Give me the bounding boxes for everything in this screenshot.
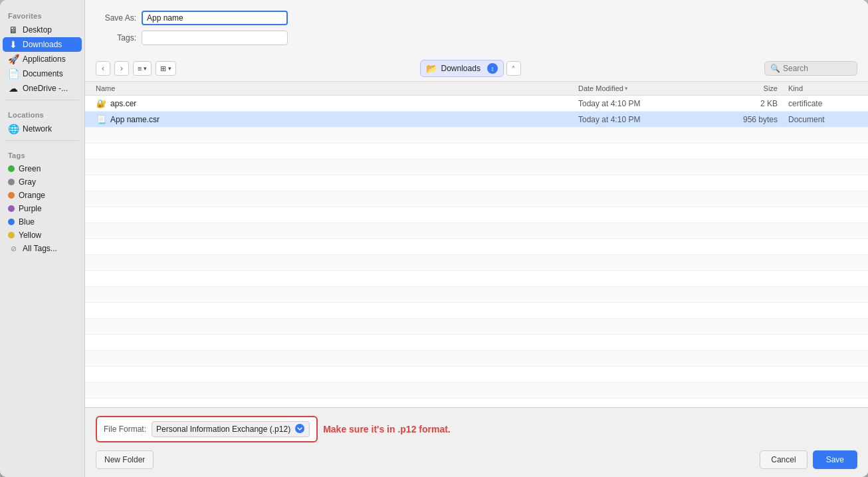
sidebar-divider-2	[5, 140, 79, 141]
empty-row	[85, 128, 868, 143]
location-bar: 📂 Downloads ↕ ˄	[180, 60, 760, 77]
empty-row	[85, 319, 868, 335]
location-name: Downloads	[441, 64, 481, 73]
cert-file-icon: 🔐	[96, 99, 106, 108]
empty-row	[85, 207, 868, 223]
main-content: Save As: Tags: ‹ › ≡ ▾ ⊞ ▾ 📂	[85, 0, 868, 477]
onedrive-icon: ☁	[8, 83, 19, 94]
save-button[interactable]: Save	[813, 450, 857, 469]
cancel-button[interactable]: Cancel	[760, 450, 807, 469]
tag-dot-green	[8, 165, 15, 172]
sidebar-label-onedrive: OneDrive -...	[23, 84, 68, 93]
svg-point-0	[295, 424, 304, 433]
sidebar-item-tag-yellow[interactable]: Yellow	[3, 229, 82, 242]
tag-label-blue: Blue	[19, 217, 35, 227]
sidebar-item-onedrive[interactable]: ☁ OneDrive -...	[3, 81, 82, 96]
list-view-arrow: ▾	[144, 65, 147, 72]
empty-row	[85, 175, 868, 191]
tag-label-purple: Purple	[19, 204, 42, 213]
format-select-dropdown[interactable]: Personal Information Exchange (.p12)	[152, 421, 310, 437]
tags-input[interactable]	[142, 31, 288, 45]
sidebar-item-network[interactable]: 🌐 Network	[3, 122, 82, 136]
sidebar-item-all-tags[interactable]: ⊘ All Tags...	[3, 242, 82, 255]
col-header-size: Size	[724, 84, 778, 92]
location-dropdown[interactable]: 📂 Downloads ↕	[420, 60, 504, 77]
empty-row	[85, 143, 868, 159]
sidebar-item-tag-green[interactable]: Green	[3, 162, 82, 175]
format-label: File Format:	[104, 425, 146, 434]
sidebar-item-tag-blue[interactable]: Blue	[3, 215, 82, 229]
format-hint: Make sure it's in .p12 format.	[323, 424, 451, 434]
tag-dot-gray	[8, 179, 15, 185]
file-size-app-csr: 956 bytes	[724, 115, 778, 124]
empty-row	[85, 335, 868, 351]
doc-file-icon: 📃	[96, 115, 106, 124]
empty-row	[85, 239, 868, 255]
empty-row	[85, 351, 868, 367]
col-header-date: Date Modified ▾	[578, 84, 724, 92]
tag-label-orange: Orange	[19, 191, 45, 200]
file-kind-app-csr: Document	[778, 115, 857, 124]
search-icon: 🔍	[770, 64, 780, 73]
file-format-section: File Format: Personal Information Exchan…	[96, 416, 857, 442]
file-row-app-name-csr[interactable]: 📃 App name.csr Today at 4:10 PM 956 byte…	[85, 112, 868, 128]
tag-label-yellow: Yellow	[19, 231, 41, 240]
sidebar-label-desktop: Desktop	[23, 25, 52, 35]
sidebar: Favorites 🖥 Desktop ⬇ Downloads 🚀 Applic…	[0, 0, 85, 477]
file-name-app-csr: App name.csr	[110, 115, 578, 124]
file-list-header: Name Date Modified ▾ Size Kind	[85, 82, 868, 96]
col-header-kind: Kind	[778, 84, 857, 92]
sidebar-label-downloads: Downloads	[23, 40, 62, 49]
location-folder-icon: 📂	[426, 63, 437, 74]
documents-icon: 📄	[8, 68, 19, 79]
empty-row	[85, 383, 868, 399]
tags-label: Tags	[0, 145, 84, 162]
sidebar-label-network: Network	[23, 124, 52, 134]
tag-dot-orange	[8, 192, 15, 199]
search-bar: 🔍	[764, 61, 857, 76]
tag-dot-yellow	[8, 232, 15, 238]
empty-row	[85, 399, 868, 407]
tag-label-green: Green	[19, 164, 41, 173]
empty-row	[85, 223, 868, 239]
file-date-aps-cer: Today at 4:10 PM	[578, 99, 724, 108]
sidebar-item-documents[interactable]: 📄 Documents	[3, 66, 82, 81]
grid-view-button[interactable]: ⊞ ▾	[156, 61, 176, 76]
col-header-name: Name	[96, 84, 578, 92]
sidebar-item-tag-gray[interactable]: Gray	[3, 175, 82, 189]
file-name-aps-cer: aps.cer	[110, 99, 578, 108]
search-input[interactable]	[783, 64, 851, 73]
grid-view-arrow: ▾	[168, 65, 171, 72]
list-view-icon: ≡	[138, 64, 142, 72]
tag-label-gray: Gray	[19, 177, 36, 187]
tag-label-all: All Tags...	[23, 244, 57, 253]
new-folder-button[interactable]: New Folder	[96, 450, 154, 469]
desktop-icon: 🖥	[8, 25, 19, 35]
expand-button[interactable]: ˄	[506, 61, 521, 76]
sidebar-item-downloads[interactable]: ⬇ Downloads	[3, 37, 82, 52]
locations-label: Locations	[0, 104, 84, 122]
format-select-arrow	[294, 423, 305, 435]
empty-row	[85, 303, 868, 319]
bottom-buttons: New Folder Cancel Save	[96, 450, 857, 469]
sidebar-item-desktop[interactable]: 🖥 Desktop	[3, 23, 82, 37]
bottom-area: File Format: Personal Information Exchan…	[85, 407, 868, 477]
format-select-value: Personal Information Exchange (.p12)	[156, 425, 290, 434]
applications-icon: 🚀	[8, 54, 19, 64]
empty-row	[85, 367, 868, 383]
back-button[interactable]: ‹	[96, 61, 110, 76]
empty-row	[85, 287, 868, 303]
file-row-aps-cer[interactable]: 🔐 aps.cer Today at 4:10 PM 2 KB certific…	[85, 96, 868, 112]
forward-button[interactable]: ›	[114, 61, 129, 76]
network-icon: 🌐	[8, 124, 19, 134]
list-view-button[interactable]: ≡ ▾	[133, 61, 152, 76]
tag-dot-blue	[8, 219, 15, 225]
favorites-label: Favorites	[0, 5, 84, 23]
sidebar-item-tag-purple[interactable]: Purple	[3, 202, 82, 215]
sidebar-item-tag-orange[interactable]: Orange	[3, 189, 82, 202]
sidebar-item-applications[interactable]: 🚀 Applications	[3, 52, 82, 66]
format-box: File Format: Personal Information Exchan…	[96, 416, 318, 442]
toolbar: ‹ › ≡ ▾ ⊞ ▾ 📂 Downloads ↕	[85, 56, 868, 82]
save-as-input[interactable]	[142, 11, 288, 25]
empty-row	[85, 159, 868, 175]
